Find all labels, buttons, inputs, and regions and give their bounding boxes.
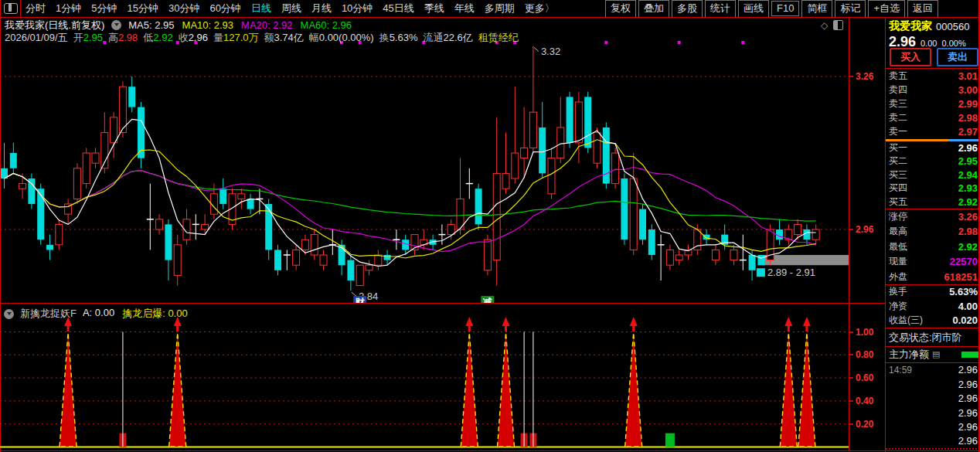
menu-item-period[interactable]: 年线 (454, 2, 475, 15)
menu-item-tool[interactable]: +自选 (868, 0, 905, 18)
axis-label: 2.96 (849, 224, 873, 235)
ask-row[interactable]: 卖二2.98 (886, 111, 980, 125)
info-field-value: 127.0万 (223, 32, 259, 43)
indicator-collapse-icon[interactable] (4, 309, 14, 319)
tool-menu: 复权叠加多股统计画线F10简框标记+自选返回 (605, 1, 938, 16)
concept-tag: 租赁经纪 (478, 31, 519, 45)
buy-button[interactable]: 买入 (890, 48, 931, 66)
menu-item-tool[interactable]: 叠加 (638, 0, 669, 18)
menu-item-period[interactable]: 日线 (251, 2, 271, 15)
info-field-label: 幅 (309, 32, 319, 43)
dotted-divider (886, 448, 980, 450)
collapse-chevron-icon[interactable] (111, 20, 121, 30)
tick-row: 2.96 (886, 391, 980, 405)
bid-row-label: 买三 (889, 168, 907, 182)
ma-label: MA20: 2.92 (241, 19, 293, 31)
signal-spikes (60, 317, 815, 447)
bid-row[interactable]: 买三2.94 (886, 168, 980, 182)
menu-item-period[interactable]: 45日线 (383, 2, 413, 15)
quote-header: 我爱我家 000560 (886, 17, 980, 34)
menu-item-tool[interactable]: 多股 (672, 0, 703, 18)
stat-row-value: 618251 (944, 271, 978, 283)
trading-terminal: 分时1分钟5分钟15分钟30分钟60分钟日线周线月线10分钟45日线季线年线多周… (0, 0, 980, 452)
tick-price: 2.96 (958, 421, 978, 433)
quote-panel: 我爱我家 000560 2.96 0.00 0.00% 买入 卖出 卖五3.01… (886, 17, 980, 452)
axis-label: 0.20 (849, 419, 873, 430)
ask-row-value: 3.01 (958, 70, 978, 82)
ask-row[interactable]: 卖一2.97 (886, 125, 980, 139)
info-field-label: 开 (73, 32, 83, 43)
menu-item-tool[interactable]: 复权 (605, 0, 636, 18)
bid-levels: 买一2.96买二2.95买三2.94买四2.93买五2.92 (886, 141, 980, 209)
bid-row-label: 买一 (889, 141, 907, 155)
indicator-name: 新擒龙捉妖F (20, 307, 77, 321)
info-field: 换5.63% (379, 31, 418, 45)
axis-tick (849, 423, 853, 425)
bid-row[interactable]: 买四2.93 (886, 182, 980, 195)
indicator-gridlines (0, 332, 849, 424)
info-field: 幅0.00(0.00%) (309, 31, 374, 45)
menu-item-tool[interactable]: 返回 (907, 0, 938, 18)
axis-label-text: 3.26 (856, 71, 873, 82)
bid-row[interactable]: 买五2.92 (886, 195, 980, 208)
sell-button[interactable]: 卖出 (937, 48, 978, 66)
bid-row[interactable]: 买二2.95 (886, 155, 980, 168)
menu-item-period[interactable]: 5分钟 (91, 2, 117, 15)
sidebar-toggle-cell[interactable] (0, 0, 21, 17)
menu-item-period[interactable]: 15分钟 (127, 2, 158, 15)
bid-row-value: 2.92 (958, 196, 978, 208)
tick-price: 2.96 (958, 407, 978, 419)
bid-row[interactable]: 买一2.96 (886, 141, 980, 155)
menu-item-period[interactable]: 月线 (311, 2, 332, 15)
bid-row-label: 买二 (889, 155, 907, 168)
event-badge: 减 (481, 296, 494, 303)
menu-item-period[interactable]: 周线 (281, 2, 301, 15)
ask-row-value: 2.97 (958, 126, 978, 138)
info-field-label: 额 (264, 32, 274, 43)
ma-label: MA10: 2.93 (182, 19, 234, 31)
info-field-label: 低 (143, 32, 153, 43)
ask-row[interactable]: 卖五3.01 (886, 69, 980, 83)
menu-item-period[interactable]: 多周期 (485, 2, 515, 15)
axis-tick (849, 76, 853, 77)
menu-item-tool[interactable]: 标记 (835, 0, 866, 18)
info-field: 量127.0万 (213, 31, 259, 45)
menu-item-tool[interactable]: 统计 (705, 0, 736, 18)
stat-row-label: 换手 (889, 285, 907, 298)
diamond-icon[interactable]: ◇ (821, 21, 828, 30)
stat-row-label: 净资 (889, 300, 907, 313)
menu-item-period[interactable]: 10分钟 (342, 2, 373, 15)
menu-item-tool[interactable]: F10 (771, 1, 799, 16)
info-field: 高2.98 (108, 31, 138, 45)
daily-info-row: 2026/01/09/五 开2.95高2.98低2.92收2.96量127.0万… (5, 32, 519, 43)
event-badge: 财 (353, 296, 366, 303)
menu-item-tool[interactable]: 画线 (738, 0, 769, 18)
menu-item-period[interactable]: 分时 (26, 2, 46, 15)
menu-item-period[interactable]: 60分钟 (209, 2, 240, 15)
divider (0, 450, 980, 451)
list-icon[interactable]: ▤ (932, 350, 940, 359)
tick-price: 2.96 (958, 379, 978, 390)
stat-row-label: 现量 (889, 255, 907, 268)
info-field-value: 5.63% (390, 32, 418, 43)
menu-item-period[interactable]: 更多〉 (525, 2, 555, 15)
info-field: 额3.74亿 (264, 31, 303, 45)
info-field: 低2.92 (143, 31, 172, 45)
split-view-icon[interactable] (833, 20, 843, 30)
menu-item-period[interactable]: 季线 (424, 2, 444, 15)
tick-time: 14:59 (889, 365, 912, 376)
info-field-label: 换 (379, 32, 390, 43)
menu-item-period[interactable]: 1分钟 (56, 2, 81, 15)
ma-label: MA5: 2.95 (128, 19, 174, 31)
stock-code: 000560 (936, 21, 969, 32)
menu-item-tool[interactable]: 简框 (801, 0, 832, 18)
info-field-value: 3.74亿 (274, 32, 303, 43)
trade-buttons: 买入 卖出 (886, 47, 980, 68)
candlestick-chart[interactable]: 2.89 - 2.913.322.84财减 (0, 17, 849, 303)
ask-row[interactable]: 卖四3.00 (886, 83, 980, 97)
ask-row[interactable]: 卖三2.99 (886, 97, 980, 110)
svg-text:2.89 - 2.91: 2.89 - 2.91 (767, 267, 815, 278)
axis-tick (849, 400, 853, 402)
menu-item-period[interactable]: 30分钟 (168, 2, 199, 15)
indicator-chart[interactable] (0, 304, 849, 450)
